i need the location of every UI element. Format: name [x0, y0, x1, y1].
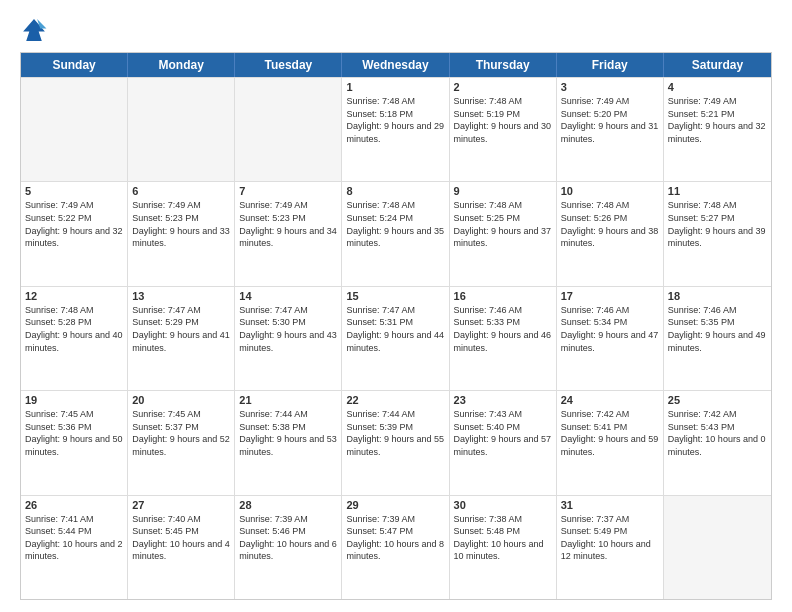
header-day-thursday: Thursday	[450, 53, 557, 77]
day-number: 24	[561, 394, 659, 406]
header-day-sunday: Sunday	[21, 53, 128, 77]
header-day-saturday: Saturday	[664, 53, 771, 77]
calendar-cell: 22Sunrise: 7:44 AM Sunset: 5:39 PM Dayli…	[342, 391, 449, 494]
day-number: 22	[346, 394, 444, 406]
day-info: Sunrise: 7:48 AM Sunset: 5:24 PM Dayligh…	[346, 199, 444, 249]
calendar-cell: 27Sunrise: 7:40 AM Sunset: 5:45 PM Dayli…	[128, 496, 235, 599]
calendar-cell: 16Sunrise: 7:46 AM Sunset: 5:33 PM Dayli…	[450, 287, 557, 390]
calendar-cell	[664, 496, 771, 599]
calendar-cell: 28Sunrise: 7:39 AM Sunset: 5:46 PM Dayli…	[235, 496, 342, 599]
day-number: 23	[454, 394, 552, 406]
calendar-cell: 29Sunrise: 7:39 AM Sunset: 5:47 PM Dayli…	[342, 496, 449, 599]
calendar-cell: 10Sunrise: 7:48 AM Sunset: 5:26 PM Dayli…	[557, 182, 664, 285]
calendar-cell	[128, 78, 235, 181]
day-number: 13	[132, 290, 230, 302]
calendar-cell: 12Sunrise: 7:48 AM Sunset: 5:28 PM Dayli…	[21, 287, 128, 390]
calendar-cell: 4Sunrise: 7:49 AM Sunset: 5:21 PM Daylig…	[664, 78, 771, 181]
day-info: Sunrise: 7:47 AM Sunset: 5:30 PM Dayligh…	[239, 304, 337, 354]
day-number: 30	[454, 499, 552, 511]
day-info: Sunrise: 7:39 AM Sunset: 5:47 PM Dayligh…	[346, 513, 444, 563]
day-info: Sunrise: 7:48 AM Sunset: 5:27 PM Dayligh…	[668, 199, 767, 249]
day-info: Sunrise: 7:49 AM Sunset: 5:23 PM Dayligh…	[239, 199, 337, 249]
calendar-row-1: 1Sunrise: 7:48 AM Sunset: 5:18 PM Daylig…	[21, 77, 771, 181]
calendar-cell: 6Sunrise: 7:49 AM Sunset: 5:23 PM Daylig…	[128, 182, 235, 285]
day-info: Sunrise: 7:49 AM Sunset: 5:21 PM Dayligh…	[668, 95, 767, 145]
day-number: 15	[346, 290, 444, 302]
day-number: 7	[239, 185, 337, 197]
day-info: Sunrise: 7:44 AM Sunset: 5:38 PM Dayligh…	[239, 408, 337, 458]
calendar-cell: 2Sunrise: 7:48 AM Sunset: 5:19 PM Daylig…	[450, 78, 557, 181]
calendar-header: SundayMondayTuesdayWednesdayThursdayFrid…	[21, 53, 771, 77]
day-number: 14	[239, 290, 337, 302]
day-info: Sunrise: 7:48 AM Sunset: 5:26 PM Dayligh…	[561, 199, 659, 249]
calendar-cell: 26Sunrise: 7:41 AM Sunset: 5:44 PM Dayli…	[21, 496, 128, 599]
day-info: Sunrise: 7:47 AM Sunset: 5:29 PM Dayligh…	[132, 304, 230, 354]
calendar-cell: 3Sunrise: 7:49 AM Sunset: 5:20 PM Daylig…	[557, 78, 664, 181]
calendar-row-5: 26Sunrise: 7:41 AM Sunset: 5:44 PM Dayli…	[21, 495, 771, 599]
day-info: Sunrise: 7:49 AM Sunset: 5:20 PM Dayligh…	[561, 95, 659, 145]
svg-marker-0	[23, 19, 45, 41]
calendar-row-3: 12Sunrise: 7:48 AM Sunset: 5:28 PM Dayli…	[21, 286, 771, 390]
day-number: 10	[561, 185, 659, 197]
day-number: 20	[132, 394, 230, 406]
day-number: 12	[25, 290, 123, 302]
day-number: 19	[25, 394, 123, 406]
day-number: 16	[454, 290, 552, 302]
calendar-cell	[21, 78, 128, 181]
calendar-cell: 11Sunrise: 7:48 AM Sunset: 5:27 PM Dayli…	[664, 182, 771, 285]
day-number: 27	[132, 499, 230, 511]
calendar-cell: 25Sunrise: 7:42 AM Sunset: 5:43 PM Dayli…	[664, 391, 771, 494]
calendar-cell: 5Sunrise: 7:49 AM Sunset: 5:22 PM Daylig…	[21, 182, 128, 285]
day-info: Sunrise: 7:41 AM Sunset: 5:44 PM Dayligh…	[25, 513, 123, 563]
day-info: Sunrise: 7:40 AM Sunset: 5:45 PM Dayligh…	[132, 513, 230, 563]
day-info: Sunrise: 7:48 AM Sunset: 5:19 PM Dayligh…	[454, 95, 552, 145]
calendar-cell: 14Sunrise: 7:47 AM Sunset: 5:30 PM Dayli…	[235, 287, 342, 390]
day-number: 11	[668, 185, 767, 197]
day-number: 26	[25, 499, 123, 511]
day-info: Sunrise: 7:43 AM Sunset: 5:40 PM Dayligh…	[454, 408, 552, 458]
day-number: 21	[239, 394, 337, 406]
calendar: SundayMondayTuesdayWednesdayThursdayFrid…	[20, 52, 772, 600]
day-number: 25	[668, 394, 767, 406]
calendar-cell: 23Sunrise: 7:43 AM Sunset: 5:40 PM Dayli…	[450, 391, 557, 494]
calendar-cell: 15Sunrise: 7:47 AM Sunset: 5:31 PM Dayli…	[342, 287, 449, 390]
day-info: Sunrise: 7:42 AM Sunset: 5:41 PM Dayligh…	[561, 408, 659, 458]
calendar-cell: 17Sunrise: 7:46 AM Sunset: 5:34 PM Dayli…	[557, 287, 664, 390]
calendar-cell: 24Sunrise: 7:42 AM Sunset: 5:41 PM Dayli…	[557, 391, 664, 494]
day-info: Sunrise: 7:48 AM Sunset: 5:28 PM Dayligh…	[25, 304, 123, 354]
day-info: Sunrise: 7:47 AM Sunset: 5:31 PM Dayligh…	[346, 304, 444, 354]
day-info: Sunrise: 7:48 AM Sunset: 5:25 PM Dayligh…	[454, 199, 552, 249]
day-info: Sunrise: 7:45 AM Sunset: 5:37 PM Dayligh…	[132, 408, 230, 458]
calendar-cell: 1Sunrise: 7:48 AM Sunset: 5:18 PM Daylig…	[342, 78, 449, 181]
calendar-cell: 30Sunrise: 7:38 AM Sunset: 5:48 PM Dayli…	[450, 496, 557, 599]
day-info: Sunrise: 7:49 AM Sunset: 5:23 PM Dayligh…	[132, 199, 230, 249]
day-number: 1	[346, 81, 444, 93]
calendar-cell: 19Sunrise: 7:45 AM Sunset: 5:36 PM Dayli…	[21, 391, 128, 494]
calendar-cell: 7Sunrise: 7:49 AM Sunset: 5:23 PM Daylig…	[235, 182, 342, 285]
calendar-cell: 31Sunrise: 7:37 AM Sunset: 5:49 PM Dayli…	[557, 496, 664, 599]
day-number: 6	[132, 185, 230, 197]
header-day-wednesday: Wednesday	[342, 53, 449, 77]
calendar-cell: 8Sunrise: 7:48 AM Sunset: 5:24 PM Daylig…	[342, 182, 449, 285]
calendar-cell: 18Sunrise: 7:46 AM Sunset: 5:35 PM Dayli…	[664, 287, 771, 390]
day-number: 17	[561, 290, 659, 302]
day-info: Sunrise: 7:46 AM Sunset: 5:35 PM Dayligh…	[668, 304, 767, 354]
day-info: Sunrise: 7:37 AM Sunset: 5:49 PM Dayligh…	[561, 513, 659, 563]
day-number: 9	[454, 185, 552, 197]
logo	[20, 16, 52, 44]
page: SundayMondayTuesdayWednesdayThursdayFrid…	[0, 0, 792, 612]
day-info: Sunrise: 7:44 AM Sunset: 5:39 PM Dayligh…	[346, 408, 444, 458]
day-number: 3	[561, 81, 659, 93]
day-info: Sunrise: 7:45 AM Sunset: 5:36 PM Dayligh…	[25, 408, 123, 458]
day-number: 4	[668, 81, 767, 93]
calendar-cell: 21Sunrise: 7:44 AM Sunset: 5:38 PM Dayli…	[235, 391, 342, 494]
day-number: 31	[561, 499, 659, 511]
header-day-friday: Friday	[557, 53, 664, 77]
day-info: Sunrise: 7:42 AM Sunset: 5:43 PM Dayligh…	[668, 408, 767, 458]
calendar-cell	[235, 78, 342, 181]
calendar-cell: 13Sunrise: 7:47 AM Sunset: 5:29 PM Dayli…	[128, 287, 235, 390]
header-day-monday: Monday	[128, 53, 235, 77]
day-info: Sunrise: 7:48 AM Sunset: 5:18 PM Dayligh…	[346, 95, 444, 145]
day-number: 5	[25, 185, 123, 197]
day-number: 8	[346, 185, 444, 197]
